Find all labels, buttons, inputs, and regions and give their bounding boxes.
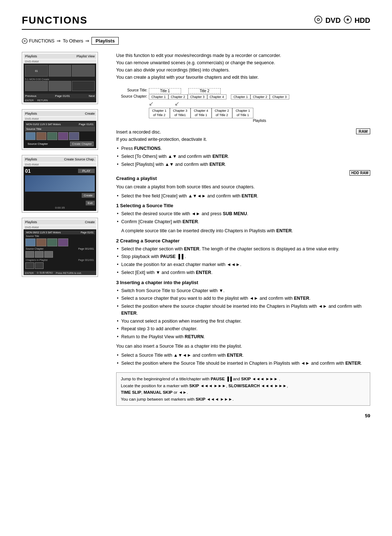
screen4-chapters-label: Chapters in Playlist xyxy=(26,259,48,261)
ch2: Chapter 2 xyxy=(168,94,188,99)
s4-c2 xyxy=(35,251,44,258)
pf4: Chapter 2of Title 2 xyxy=(212,108,233,118)
also-bullet1: Select a Source Title with ▲▼◄► and conf… xyxy=(116,352,370,359)
screen2-create-btn: Create Chapter xyxy=(70,142,94,146)
source-chapter-row: Source Chapter: Chapter 1 Chapter 2 Chap… xyxy=(116,94,370,99)
screen3-play-btn: PLAY xyxy=(78,169,95,173)
page-header: FUNCTIONS DVD HDD xyxy=(22,15,370,30)
intro-line4: You can create a playlist with your favo… xyxy=(116,74,370,81)
s4-c3 xyxy=(44,251,53,258)
s2-bullet2: Stop playback with PAUSE ▐▐ . xyxy=(116,253,370,260)
s4-t3 xyxy=(47,238,57,246)
screen1: Playlists Playlist View DVD-RAM 01 5.1 M… xyxy=(22,52,98,104)
screen2-thumbs xyxy=(25,131,95,141)
thumb-s2 xyxy=(36,132,46,140)
s4-t1 xyxy=(25,238,36,246)
screen4-thumbrow1 xyxy=(25,238,95,247)
ch3: Chapter 3 xyxy=(188,94,207,99)
title2-cell: Title 2 xyxy=(188,88,221,94)
ch1: Chapter 1 xyxy=(149,94,168,99)
pf1: Chapter 1of Title 2 xyxy=(149,108,170,118)
dvd-hdd-badge: DVD HDD xyxy=(314,16,370,25)
screen1-enter: ENTER xyxy=(25,99,34,102)
thumb2 xyxy=(49,65,72,77)
svg-point-4 xyxy=(22,38,27,44)
note-line3: TIME SLIP, MANUAL SKIP or ◄►. xyxy=(121,389,366,396)
breadcrumb-arrow2: ⇒ xyxy=(85,38,89,44)
step2-title: 2 Creating a Source Chapter xyxy=(116,238,370,244)
screen4-title-right: Create xyxy=(85,220,95,224)
source-title-row: Source Title: Title 1 Title 2 xyxy=(116,88,370,94)
pf5: Chapter 1of Title 1 xyxy=(232,108,253,118)
page-title: FUNCTIONS xyxy=(22,15,87,26)
screen4-bar: MON 06/02 11/9 3 SAT Motors Page 01/01 xyxy=(25,230,95,234)
step2-num: 2 xyxy=(116,238,119,244)
insert-line1: Insert a recorded disc. xyxy=(116,128,370,136)
screen3: Playlists Create Source Chap. DVD-RAM 01… xyxy=(22,155,98,213)
right-panel: Use this function to edit your movies/re… xyxy=(116,52,370,406)
step1-bullets: Select the desired source title with ◄► … xyxy=(116,210,370,225)
ch4: Chapter 4 xyxy=(207,94,227,99)
screen4-page2: Page 001/001 xyxy=(78,247,94,250)
screen2-bottom: Source Chapter Create Chapter xyxy=(25,141,95,147)
insert-line2: If you activated write-protection, deact… xyxy=(116,136,370,143)
step2-bullets: Select the chapter section with ENTER. T… xyxy=(116,246,370,276)
s4-c1 xyxy=(25,251,34,258)
screen2-page: Page 01/01 xyxy=(79,123,94,126)
breadcrumb-functions: FUNCTIONS xyxy=(22,38,54,44)
screen4-sub: DVD-RAM xyxy=(24,225,96,229)
screen4-source-chapter: Source Chapter xyxy=(26,247,44,250)
bullet-create-field: Select the free field [Create] with ▲▼◄►… xyxy=(116,193,370,200)
screen3-num: 01 xyxy=(25,168,31,174)
arrow2: ↙ xyxy=(175,100,179,107)
pf3: Chapter 4of Title 1 xyxy=(191,108,212,118)
svg-point-0 xyxy=(315,16,322,23)
screen2-sub: DVD-RAM xyxy=(24,117,96,121)
screen3-image xyxy=(25,175,95,192)
s4-t4 xyxy=(58,238,68,246)
also-bullet2: Select the position where the Source Tit… xyxy=(116,360,370,367)
intro-line2: You can remove unwanted scenes (e.g. com… xyxy=(116,59,370,66)
screen4-enter: ENTER xyxy=(25,272,34,274)
insert-section: RAM Insert a recorded disc. If you activ… xyxy=(116,128,370,143)
source-title-label: Source Title: xyxy=(116,88,149,94)
dvd-label: DVD xyxy=(325,16,340,25)
screen1-nav: Previous Page 01/01 Next xyxy=(24,94,96,98)
thumb5 xyxy=(49,81,72,91)
main-content: Playlists Playlist View DVD-RAM 01 5.1 M… xyxy=(22,52,370,406)
bullet-playlists: Select [Playlists] with ▲▼ and confirm w… xyxy=(116,161,370,168)
intro-line3: You can also divide your recordings (tit… xyxy=(116,66,370,74)
breadcrumb-playlists: Playlists xyxy=(91,37,119,45)
note-box: Jump to the beginning/end of a title/cha… xyxy=(116,372,370,406)
pf-row: Chapter 1of Title 2 Chapter 3of Title1 C… xyxy=(149,108,370,118)
s2-bullet4: Select [Exit] with ▼ and confirm with EN… xyxy=(116,269,370,276)
note-line2: Locate the position for a marker with SK… xyxy=(121,382,366,389)
svg-point-5 xyxy=(24,40,25,42)
screen4-content: MON 06/02 11/9 3 SAT Motors Page 01/01 S… xyxy=(24,229,96,271)
playlists-label: Playlists xyxy=(149,119,370,123)
screen2: Playlists Create DVD-RAM MON 01/02 11/9 … xyxy=(22,109,98,150)
step1-title: 1 Selecting a Source Title xyxy=(116,203,370,208)
screen4-source-title: Source Title xyxy=(25,234,95,238)
s3-bullet2: Select a source chapter that you want to… xyxy=(116,295,370,302)
screen3-exit: Exit xyxy=(86,201,95,205)
thumb-s5 xyxy=(69,132,79,140)
title-blocks: Title 1 Title 2 xyxy=(149,88,221,94)
screen2-title-left: Playlists xyxy=(25,112,37,115)
breadcrumb-arrow1: ⇒ xyxy=(57,38,61,44)
creating-title: Creating a playlist xyxy=(116,176,370,181)
s2-bullet3: Locate the position for an exact chapter… xyxy=(116,261,370,268)
screen4-footer: ENTER ⊙ SUB MENU Press RETURN to exit. xyxy=(24,271,96,275)
screen2-title-right: Create xyxy=(85,112,95,115)
screen4-info: MON 06/02 11/9 3 SAT Motors xyxy=(26,231,61,234)
screen4-page1: Page 01/01 xyxy=(81,231,94,234)
svg-point-1 xyxy=(317,19,319,21)
bullet-to-others: Select [To Others] with ▲▼ and confirm w… xyxy=(116,153,370,160)
screen1-title-left: Playlists xyxy=(25,54,37,58)
also-line1: You can also insert a Source Title as a … xyxy=(116,343,370,350)
ch5: Chapter 1 xyxy=(231,94,250,99)
hdd-disc-icon xyxy=(344,16,352,25)
page-number: 59 xyxy=(22,413,370,418)
screen4-title-left: Playlists xyxy=(25,220,37,224)
screen3-content: 01 PLAY Create Exit 0:00:35 xyxy=(24,167,96,211)
